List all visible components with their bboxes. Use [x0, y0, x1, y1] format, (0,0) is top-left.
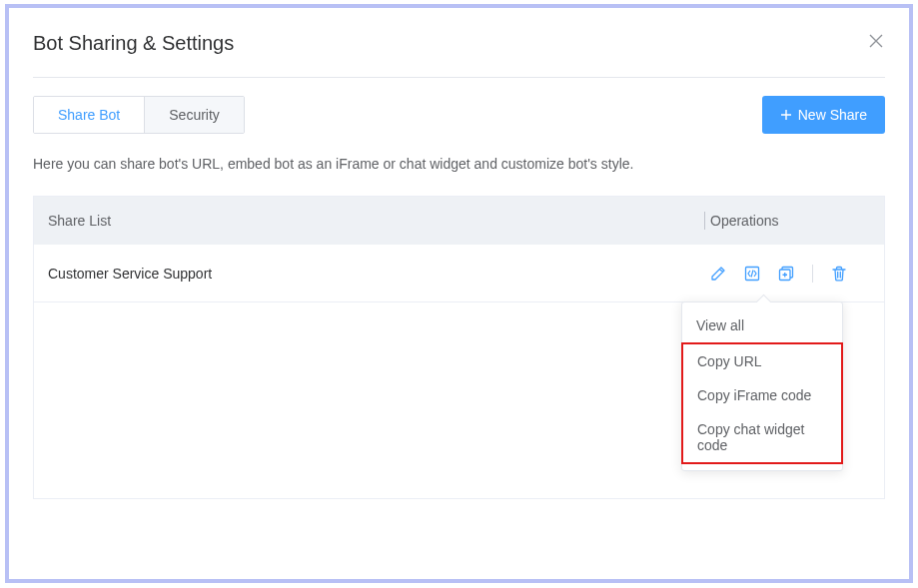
new-share-button[interactable]: New Share	[762, 96, 885, 134]
dropdown-view-all[interactable]: View all	[682, 308, 842, 342]
code-icon[interactable]	[744, 266, 760, 282]
column-header-share-list: Share List	[34, 213, 710, 229]
dropdown-copy-url[interactable]: Copy URL	[683, 344, 841, 378]
table-row: Customer Service Support	[34, 245, 884, 302]
dropdown-copy-iframe[interactable]: Copy iFrame code	[683, 378, 841, 412]
tabs: Share Bot Security	[33, 96, 245, 134]
highlighted-options: Copy URL Copy iFrame code Copy chat widg…	[681, 342, 843, 464]
table-header: Share List Operations	[34, 197, 884, 245]
description-text: Here you can share bot's URL, embed bot …	[33, 156, 885, 172]
tab-share-bot[interactable]: Share Bot	[34, 97, 144, 133]
column-header-operations: Operations	[710, 213, 884, 229]
new-share-label: New Share	[798, 107, 867, 123]
dropdown-copy-widget[interactable]: Copy chat widget code	[683, 412, 841, 462]
close-button[interactable]	[867, 32, 885, 50]
bot-sharing-dialog: Bot Sharing & Settings Share Bot Securit…	[9, 8, 909, 579]
dialog-title: Bot Sharing & Settings	[33, 32, 234, 55]
plus-icon	[780, 109, 792, 121]
copy-icon[interactable]	[778, 266, 794, 282]
tab-security[interactable]: Security	[144, 97, 244, 133]
divider	[33, 77, 885, 78]
edit-icon[interactable]	[710, 266, 726, 282]
separator	[812, 265, 813, 283]
share-name: Customer Service Support	[34, 266, 710, 282]
code-dropdown-menu: View all Copy URL Copy iFrame code Copy …	[681, 301, 843, 471]
close-icon	[869, 34, 883, 48]
delete-icon[interactable]	[831, 266, 847, 282]
